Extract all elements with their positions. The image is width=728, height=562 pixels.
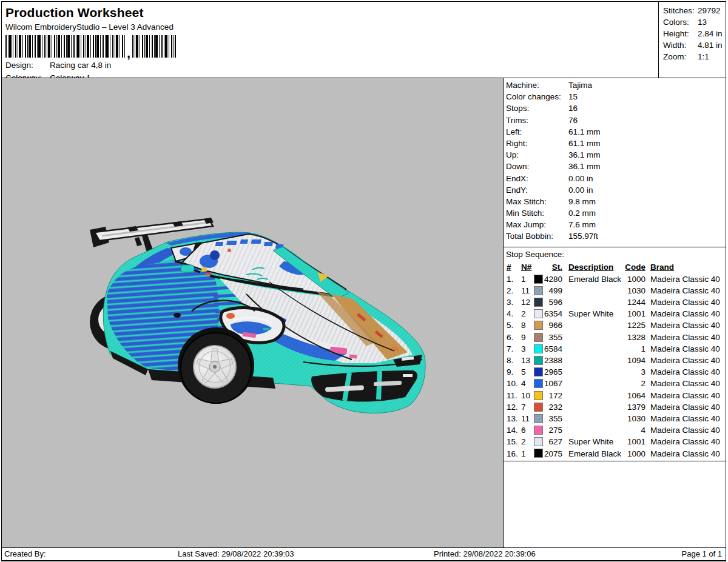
- thread-code: 1094: [621, 356, 645, 365]
- info-row: Zoom:1:1: [659, 52, 726, 64]
- design-row: Design:Racing car 4,8 in: [5, 61, 658, 70]
- info-row: Left:61.1 mm: [504, 127, 726, 139]
- thread-code: 1000: [621, 275, 645, 284]
- stop-number: 6.: [505, 333, 521, 342]
- stop-sequence-row: 9. 5 2965 3 Madeira Classic 40: [504, 366, 726, 378]
- thread-color-swatch: [534, 403, 543, 412]
- col-stitches: St.: [544, 263, 562, 272]
- footer: Created By: Last Saved: 29/08/2022 20:39…: [2, 547, 726, 560]
- created-by-label: Created By:: [4, 549, 46, 559]
- stitch-count: 6354: [544, 309, 562, 318]
- info-value: 0.2 mm: [568, 209, 596, 218]
- stitch-count: 627: [544, 437, 562, 446]
- stitch-count: 2075: [544, 449, 562, 458]
- needle-number: 11: [521, 414, 534, 423]
- stop-sequence-row: 13. 11 355 1030 Madeira Classic 40: [504, 413, 726, 424]
- design-label: Design:: [5, 61, 50, 70]
- needle-number: 11: [521, 286, 534, 295]
- needle-number: 4: [521, 379, 534, 388]
- stop-number: 5.: [505, 321, 521, 330]
- thread-brand: Madeira Classic 40: [645, 403, 726, 412]
- thread-brand: Madeira Classic 40: [645, 356, 726, 365]
- info-row: Colors:13: [659, 18, 726, 29]
- stop-number: 13.: [505, 414, 521, 423]
- stop-number: 11.: [505, 391, 521, 400]
- barcode-segment-1: [5, 35, 125, 58]
- thread-code: 1328: [621, 333, 645, 342]
- col-brand: Brand: [645, 263, 726, 272]
- thread-description: Super White: [562, 437, 621, 446]
- stop-number: 9.: [505, 367, 521, 376]
- thread-color-swatch: [534, 286, 543, 295]
- thread-color-swatch: [534, 298, 543, 307]
- info-label: EndX:: [506, 174, 568, 183]
- info-value: 2.84 in: [698, 29, 723, 38]
- thread-brand: Madeira Classic 40: [645, 286, 726, 295]
- design-value: Racing car 4,8 in: [50, 61, 111, 70]
- col-num: #: [505, 263, 521, 272]
- page-number: Page 1 of 1: [682, 549, 723, 559]
- stop-sequence-row: 10. 4 1067 2 Madeira Classic 40: [504, 378, 726, 389]
- stop-sequence-row: 2. 11 499 1030 Madeira Classic 40: [504, 285, 726, 296]
- thread-code: 4: [621, 426, 645, 435]
- stop-sequence-row: 4. 2 6354 Super White 1001 Madeira Class…: [504, 308, 726, 319]
- content: Machine:Tajima Color changes:15 Stops:16…: [2, 78, 726, 547]
- info-row: Stitches:29792: [659, 6, 726, 18]
- info-value: 4.81 in: [698, 41, 723, 50]
- info-label: Trims:: [506, 116, 568, 125]
- stop-sequence-row: 16. 1 2075 Emerald Black 1000 Madeira Cl…: [504, 447, 726, 459]
- panel-empty-space: [504, 461, 726, 547]
- thread-brand: Madeira Classic 40: [645, 344, 726, 353]
- thread-code: 1225: [621, 321, 645, 330]
- info-value: 36.1 mm: [568, 150, 601, 159]
- info-label: EndY:: [506, 186, 568, 195]
- info-row: Width:4.81 in: [659, 41, 726, 52]
- thread-brand: Madeira Classic 40: [645, 275, 726, 284]
- thread-color-swatch: [534, 333, 543, 342]
- stop-number: 14.: [505, 426, 521, 435]
- stitch-count: 4280: [544, 275, 562, 284]
- info-label: Zoom:: [663, 52, 698, 61]
- design-barcode: ,: [5, 35, 658, 58]
- info-value: 0.00 in: [568, 186, 593, 195]
- thread-color-swatch: [534, 449, 543, 458]
- stop-sequence-title: Stop Sequence:: [504, 249, 726, 261]
- thread-color-swatch: [534, 414, 543, 423]
- stitch-count: 355: [544, 333, 562, 342]
- thread-color-swatch: [534, 321, 543, 330]
- info-value: 61.1 mm: [568, 139, 601, 148]
- info-row: Color changes:15: [504, 92, 726, 104]
- thread-code: 1001: [621, 309, 645, 318]
- info-value: 29792: [698, 6, 721, 15]
- info-label: Colors:: [663, 18, 698, 27]
- stop-sequence-row: 12. 7 232 1379 Madeira Classic 40: [504, 401, 726, 413]
- info-value: 16: [568, 104, 578, 113]
- page-title: Production Worksheet: [5, 5, 658, 20]
- thread-code: 1030: [621, 414, 645, 423]
- thread-code: 1030: [621, 286, 645, 295]
- info-label: Left:: [506, 127, 568, 136]
- thread-color-swatch: [534, 367, 543, 376]
- details-panel: Machine:Tajima Color changes:15 Stops:16…: [503, 78, 726, 547]
- needle-number: 13: [521, 356, 534, 365]
- thread-code: 1244: [621, 298, 645, 307]
- thread-color-swatch: [534, 275, 543, 284]
- thread-brand: Madeira Classic 40: [645, 426, 726, 435]
- info-value: 36.1 mm: [568, 162, 601, 171]
- info-label: Stops:: [506, 104, 568, 113]
- thread-brand: Madeira Classic 40: [645, 379, 726, 388]
- thread-code: 1: [621, 344, 645, 353]
- stitch-count: 6584: [544, 344, 562, 353]
- printed-text: Printed: 29/08/2022 20:39:06: [434, 549, 536, 559]
- info-label: Total Bobbin:: [506, 232, 568, 241]
- info-row: EndY:0.00 in: [504, 186, 726, 197]
- thread-description: Emerald Black: [562, 449, 621, 458]
- thread-code: 1379: [621, 403, 645, 412]
- info-label: Up:: [506, 150, 568, 159]
- stitch-count: 232: [544, 403, 562, 412]
- needle-number: 1: [521, 275, 534, 284]
- thread-code: 3: [621, 367, 645, 376]
- info-row: EndX:0.00 in: [504, 174, 726, 186]
- stitch-count: 2965: [544, 367, 562, 376]
- needle-number: 12: [521, 298, 534, 307]
